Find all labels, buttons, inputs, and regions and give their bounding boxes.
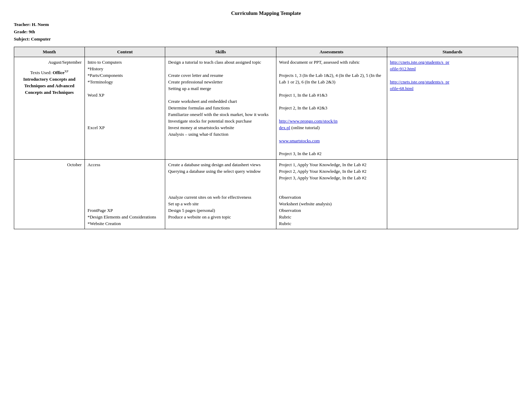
assessments-cell-oct: Project 1, Apply Your Knowledge, In the …	[276, 160, 387, 229]
content-excel: Excel XP	[88, 125, 162, 131]
smartstocks-link[interactable]: www.smartstocks.com	[279, 138, 320, 143]
teacher-label: Teacher: H. Noem	[14, 21, 518, 28]
header-skills: Skills	[165, 47, 276, 57]
assessment-item: Word document or PPT, assessed with rubr…	[279, 59, 384, 66]
table-header-row: Month Content Skills Assessments Standar…	[14, 47, 518, 57]
standard-link-1[interactable]: http://cnets.iste.org/students/s_profile…	[390, 60, 450, 71]
standard-link-2[interactable]: http://cnets.iste.org/students/s_profile…	[390, 79, 450, 91]
content-intro: Intro to Computers*History*Parts/Compone…	[88, 59, 162, 85]
skill-item: Analyze current sites on web for effecti…	[168, 194, 273, 220]
texts-used: Texts Used: OfficeXP Introductory Concep…	[17, 69, 82, 96]
standards-cell-oct	[387, 160, 518, 229]
assessment-item: Project 1, Apply Your Knowledge, In the …	[279, 162, 384, 181]
assessment-item: Project 1, In the Lab #1&3	[279, 92, 384, 99]
assessment-item: Observation Worksheet (website analysis)…	[279, 194, 384, 227]
content-access: Access	[88, 162, 162, 168]
page-title: Curriculum Mapping Template	[14, 10, 518, 16]
assessments-cell-aug-sep: Word document or PPT, assessed with rubr…	[276, 57, 387, 160]
month-name: August/September	[17, 59, 82, 66]
month-cell-oct: October	[14, 160, 85, 229]
skill-item: Create cover letter and resumeCreate pro…	[168, 72, 273, 92]
skill-item: Create worksheet and embedded chart Dete…	[168, 98, 273, 137]
table-row: October Access FrontPage XP*Design Eleme…	[14, 160, 518, 229]
assessment-item: Project 3, In the Lab #2	[279, 151, 384, 157]
skill-item: Create a database using design and datas…	[168, 162, 273, 175]
content-cell-aug-sep: Intro to Computers*History*Parts/Compone…	[85, 57, 165, 160]
header-month: Month	[14, 47, 85, 57]
meta-info: Teacher: H. Noem Grade: 9th Subject: Com…	[14, 21, 518, 43]
month-cell-aug-sep: August/September Texts Used: OfficeXP In…	[14, 57, 85, 160]
header-standards: Standards	[387, 47, 518, 57]
assessment-item: www.smartstocks.com	[279, 138, 384, 144]
skills-cell-aug-sep: Design a tutorial to teach class about a…	[165, 57, 276, 160]
content-cell-oct: Access FrontPage XP*Design Elements and …	[85, 160, 165, 229]
content-word: Word XP	[88, 92, 162, 99]
subject-label: Subject: Computer	[14, 36, 518, 43]
month-name: October	[17, 162, 82, 168]
header-content: Content	[85, 47, 165, 57]
header-assessments: Assessments	[276, 47, 387, 57]
content-frontpage: FrontPage XP*Design Elements and Conside…	[88, 207, 162, 227]
skill-item: Design a tutorial to teach class about a…	[168, 59, 273, 66]
skills-cell-oct: Create a database using design and datas…	[165, 160, 276, 229]
assessment-item: Project 2, In the Lab #2&3	[279, 105, 384, 111]
prongo-link[interactable]: http://www.prongo.com/stock/index.pl	[279, 118, 338, 130]
standards-cell-aug-sep: http://cnets.iste.org/students/s_profile…	[387, 57, 518, 160]
grade-label: Grade: 9th	[14, 28, 518, 36]
curriculum-table: Month Content Skills Assessments Standar…	[14, 47, 518, 229]
table-row: August/September Texts Used: OfficeXP In…	[14, 57, 518, 160]
assessment-item: http://www.prongo.com/stock/index.pl (on…	[279, 118, 384, 131]
assessment-item: Projects 1, 3 (In the Lab 1&2), 4 (In th…	[279, 72, 384, 86]
